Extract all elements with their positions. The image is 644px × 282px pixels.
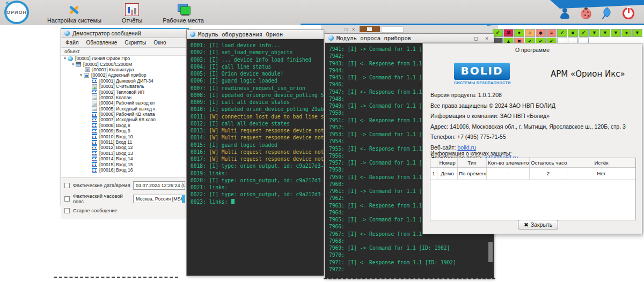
status-button[interactable]: ◆ (536, 29, 546, 37)
log-line: 0008: [I] updated orionpro_device_pollin… (191, 92, 324, 99)
status-button[interactable]: ○ (525, 29, 535, 37)
about-info-link[interactable]: bolid.ru (457, 144, 476, 151)
status-button[interactable]: ▼ (600, 29, 610, 37)
datetime-input[interactable]: 03.07.2024 12:26:24 (UTC) (133, 181, 185, 190)
tree-item[interactable]: [00007] Исходный КВ клап (61, 117, 188, 122)
tree-item[interactable]: [00001] Считыватель (61, 84, 188, 89)
menu-item[interactable]: Файл (65, 40, 79, 46)
expand-arrow-icon[interactable]: ▾ (78, 73, 84, 77)
tree-item[interactable]: ▾ [00001] Линия Орион Про (61, 56, 188, 61)
device-type-icon (92, 168, 97, 173)
old-message-checkbox[interactable] (64, 208, 70, 213)
license-keys-caption: Информация о ключах защиты: (430, 151, 511, 157)
terminal2-titlebar[interactable]: Модуль опроса приборов □ × (325, 34, 494, 43)
status-button[interactable]: ● (621, 29, 632, 37)
toolbar-button[interactable]: Настройка системы (44, 2, 105, 25)
tree-item[interactable]: ▾ [00001] C2000/C2000M (61, 61, 188, 66)
datetime-checkbox[interactable] (64, 183, 70, 188)
terminal1-log: 0001: [I] load device info... 0002: [I] … (187, 39, 324, 276)
tree-item[interactable]: [00002] Тепловой ИП (61, 89, 188, 94)
equipment-module-window: Модуль оборудования Орион 0001: [I] load… (186, 29, 324, 276)
tree-item-label: [00001] Линия Орион Про (75, 56, 130, 61)
tree-item[interactable]: [00013] Вход 13 (61, 151, 188, 156)
tree-item[interactable]: ▾ [00002] Адресный прибор (61, 72, 188, 78)
license-table-header: Номер Тип Кол-во элементов Осталось часо… (430, 158, 635, 168)
tree-item[interactable]: [00001] Клавиатура (61, 67, 188, 72)
tree-item[interactable]: [00012] Вход 12 (61, 145, 188, 150)
toolbar-button[interactable]: Отчёты (119, 2, 145, 25)
device-type-icon (92, 112, 97, 117)
menu-item[interactable]: Обновление (86, 40, 118, 46)
status-button[interactable]: ● (514, 29, 524, 37)
tree-item[interactable]: [00010] Вход 10 (61, 133, 188, 139)
about-dialog-title: О программе (423, 43, 642, 53)
menu-item[interactable]: Окно (153, 40, 166, 46)
tree-item-label: [00016] Вход 16 (99, 167, 133, 173)
log-line: 0011: [W] connection lost due to bad lin… (191, 113, 324, 120)
status-button[interactable]: ▼ (611, 29, 621, 37)
tree-item[interactable]: [00016] Вход 16 (61, 167, 188, 173)
scrollbar-thumb[interactable] (488, 242, 493, 262)
tree-item[interactable]: [00003] Клапан (61, 95, 188, 100)
window-controls[interactable]: □ × (474, 35, 491, 41)
expand-arrow-icon[interactable]: ▾ (62, 56, 68, 61)
tree-item[interactable]: [00008] Вход 8 (61, 123, 188, 128)
log-line: 0020: [I] type: orion_output, id: c9a217… (191, 177, 324, 184)
tree-item[interactable]: [00015] Вход 15 (61, 161, 188, 167)
device-type-icon (92, 90, 97, 94)
tree-item-label: [00014] Вход 14 (99, 156, 133, 161)
device-type-icon (92, 78, 97, 83)
status-button[interactable]: ▼ (632, 29, 642, 37)
terminal1-title: Модуль оборудования Орион (198, 31, 283, 38)
status-button[interactable]: ▼ (589, 29, 599, 37)
tree-item[interactable]: [00001] Дымовой ДИП-34 (61, 78, 188, 84)
about-info-line: Адрес: 141006, Московская обл., г. Мытищ… (430, 123, 626, 130)
user-icon[interactable] (559, 8, 571, 19)
log-line: 0005: [I] Orion device module! (191, 70, 324, 77)
tree-item-label: [00001] Клавиатура (92, 67, 134, 72)
tree-item[interactable]: [00005] Исходный выход к (61, 106, 188, 112)
expand-arrow-icon[interactable]: ▾ (70, 62, 76, 66)
window-edge-dashed-right[interactable] (324, 278, 495, 279)
device-tree: ▾ [00001] Линия Орион Про ▾ [00001] C200… (61, 56, 188, 177)
tree-item[interactable]: [00004] Рабочий выход кл (61, 100, 188, 106)
toolbar-button-label: Отчёты (122, 17, 142, 24)
close-button[interactable]: ✖ Закрыть (518, 220, 558, 229)
license-table-header-cell: Истёк (567, 158, 635, 167)
terminal1-titlebar[interactable]: Модуль оборудования Орион (187, 30, 324, 39)
background-window-controls[interactable]: □ × (345, 27, 356, 32)
bolid-logo-text: BOLID (454, 63, 510, 80)
topbar-right-icons (559, 8, 634, 19)
background-window-field (381, 26, 404, 33)
tree-item-label: [00001] C2000/C2000M (83, 62, 132, 67)
status-button[interactable]: ✔ (579, 29, 589, 37)
device-type-icon (92, 123, 97, 128)
toolbar-button-icon (125, 3, 139, 16)
log-line: 0021: links: (191, 184, 324, 191)
status-button[interactable]: ✔ (557, 29, 567, 37)
tree-item[interactable]: [00009] Вход 9 (61, 128, 188, 133)
power-icon[interactable] (623, 8, 634, 19)
license-table-cell: 2 (530, 168, 567, 180)
log-line: 0018: [I] type: orion_output, id: c9a217… (191, 162, 324, 169)
license-keys-table: Номер Тип Кол-во элементов Осталось часо… (430, 158, 636, 220)
log-line: 0003: [I] ... device info load finished (191, 56, 324, 63)
device-type-icon (92, 157, 97, 161)
license-table-header-cell: Осталось часов (530, 158, 567, 167)
background-window-fragment: □ × (321, 25, 498, 34)
status-button[interactable]: ■ (568, 29, 578, 37)
tree-item[interactable]: [00006] Рабочий КВ клапа (61, 112, 188, 117)
menu-item[interactable]: Скрипты (125, 40, 146, 46)
status-button[interactable]: ≡ (546, 29, 557, 37)
tree-item[interactable]: [00011] Вход 11 (61, 139, 188, 145)
tree-window-titlebar[interactable]: Демонстратор сообщений (61, 29, 188, 38)
timezone-select[interactable]: Москва, Россия [MSK (UTC+3)] (133, 195, 185, 203)
bug-icon[interactable] (581, 9, 591, 19)
pin-icon[interactable] (601, 8, 613, 19)
tree-item-label: [00003] Клапан (99, 95, 131, 100)
status-button[interactable]: ✖ (503, 29, 514, 37)
tree-item[interactable]: [00014] Вход 14 (61, 156, 188, 161)
tree-item-label: [00006] Рабочий КВ клапа (99, 112, 155, 117)
toolbar-button[interactable]: Рабочие места (159, 2, 207, 25)
timezone-checkbox[interactable] (64, 196, 70, 202)
